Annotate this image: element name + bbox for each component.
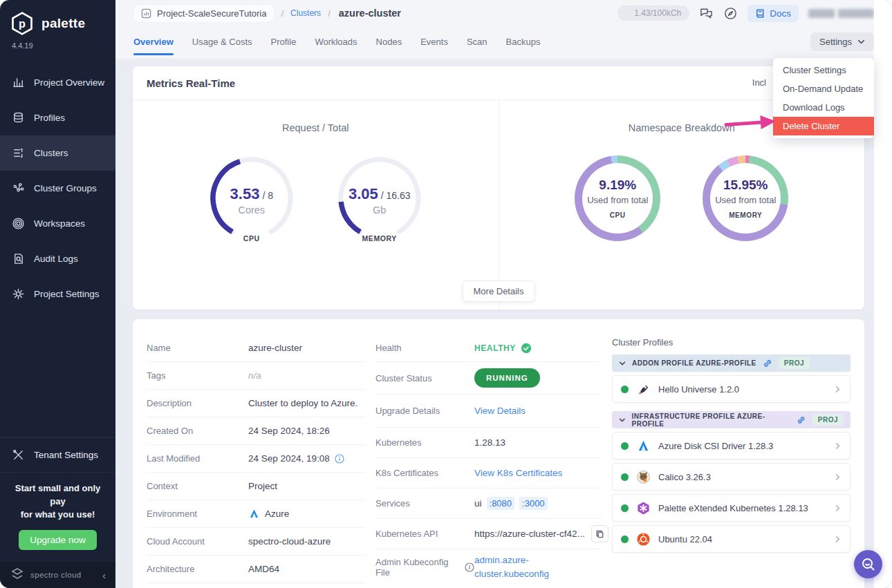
health-status-text: HEALTHY [474, 343, 516, 353]
menu-item-download-logs[interactable]: Download Logs [773, 98, 874, 117]
row-services: Services ui :8080 :3000 [375, 489, 601, 519]
chevron-down-icon [857, 38, 865, 46]
addon-profile-group-header[interactable]: ADDON PROFILE AZURE-PROFILE PROJ [612, 354, 851, 372]
collapse-sidebar-icon[interactable]: ‹ [102, 569, 106, 581]
list-icon [12, 146, 25, 160]
upgrade-now-button[interactable]: Upgrade now [19, 530, 96, 550]
support-chat-button[interactable] [854, 550, 882, 578]
app-window: p palette 4.4.19 Project Overview Profil… [0, 0, 892, 588]
breadcrumb-bar: Project-ScaleSecureTutoria / Clusters / … [115, 0, 892, 26]
chat-icon[interactable] [699, 6, 714, 21]
namespace-memory-subtitle: Used from total [715, 195, 776, 205]
memory-gauge-chart: 3.05 / 16.63 Gb MEMORY [337, 155, 422, 241]
sidebar-item-project-overview[interactable]: Project Overview [0, 65, 115, 100]
usage-quota-badge[interactable]: 1.43/100kCh [617, 6, 689, 21]
row-upgrade-details: Upgrade Details View Details [375, 395, 601, 428]
row-environment: Environment Azure [147, 500, 366, 528]
service-name: ui [474, 498, 482, 509]
compass-icon[interactable] [723, 6, 738, 21]
row-cluster-status: Cluster Status RUNNING [375, 362, 601, 395]
namespace-memory-percent: 15.95% [723, 178, 768, 193]
view-details-link[interactable]: View Details [474, 406, 601, 416]
running-status-badge[interactable]: RUNNING [474, 368, 540, 388]
project-name: Project-ScaleSecureTutoria [157, 8, 266, 19]
azure-disk-icon [636, 439, 651, 453]
sidebar-item-project-settings[interactable]: Project Settings [0, 276, 115, 312]
view-k8s-certificates-link[interactable]: View K8s Certificates [474, 468, 601, 478]
namespace-cpu-label: CPU [610, 211, 626, 219]
infrastructure-profile-group-header[interactable]: INFRASTRUCTURE PROFILE AZURE-PROFILE PRO… [612, 411, 851, 428]
namespace-cpu-percent: 9.19% [599, 178, 636, 193]
user-menu-redacted[interactable] [808, 9, 874, 18]
copy-button[interactable] [591, 525, 608, 542]
tab-events[interactable]: Events [420, 37, 448, 55]
menu-item-delete-cluster[interactable]: Delete Cluster [773, 117, 874, 135]
cluster-profiles-panel: Cluster Profiles ADDON PROFILE AZURE-PRO… [611, 334, 851, 585]
pack-row-ubuntu[interactable]: Ubuntu 22.04 [612, 525, 851, 553]
palette-logo-icon: p [10, 11, 35, 36]
brand-logo[interactable]: p palette [0, 0, 115, 37]
network-icon [12, 182, 25, 195]
sidebar-nav: Project Overview Profiles Clusters Clust… [0, 65, 115, 312]
row-description: Description Cluster to deploy to Azure. [147, 390, 366, 417]
tab-profile[interactable]: Profile [271, 37, 297, 55]
pack-row-hello-universe[interactable]: Hello Universe 1.2.0 [612, 375, 851, 403]
cluster-details-card: Name azure-cluster Tags n/a Description … [133, 319, 864, 588]
pack-status-dot [621, 386, 629, 393]
scope-badge: PROJ [779, 357, 810, 369]
tab-nodes[interactable]: Nodes [376, 37, 402, 55]
memory-used-value: 3.05 [349, 185, 378, 203]
promo-text: Start small and only pay for what you us… [7, 482, 109, 522]
menu-item-on-demand-update[interactable]: On-Demand Update [773, 79, 874, 98]
namespace-memory-donut-chart: 15.95% Used from total MEMORY [703, 155, 788, 241]
settings-button[interactable]: Settings [810, 32, 874, 51]
more-details-button[interactable]: More Details [463, 281, 535, 302]
pack-row-calico[interactable]: Calico 3.26.3 [612, 463, 851, 491]
bar-chart-icon [12, 76, 25, 89]
breadcrumb-separator: / [281, 8, 284, 19]
sidebar-footer: spectro cloud ‹ [0, 561, 115, 588]
row-last-modified: Last Modified 24 Sep 2024, 19:08 [147, 445, 366, 473]
chevron-right-icon [834, 504, 842, 512]
sidebar-item-profiles[interactable]: Profiles [0, 100, 115, 135]
sidebar-item-clusters[interactable]: Clusters [0, 135, 115, 171]
info-icon[interactable] [335, 454, 344, 464]
pack-status-dot [621, 473, 629, 481]
topbar-actions: 1.43/100kCh Docs [617, 5, 874, 22]
sidebar-item-tenant-settings[interactable]: Tenant Settings [0, 437, 115, 472]
menu-item-cluster-settings[interactable]: Cluster Settings [773, 61, 874, 79]
annotation-arrow [723, 111, 779, 135]
pack-row-palette-extended-kubernetes[interactable]: Palette eXtended Kubernetes 1.28.13 [612, 494, 851, 522]
cpu-total-value: / 8 [262, 190, 273, 201]
cpu-used-value: 3.53 [230, 185, 260, 203]
project-scope-chip[interactable]: Project-ScaleSecureTutoria [133, 5, 274, 22]
pack-status-dot [621, 442, 629, 450]
tab-overview[interactable]: Overview [133, 37, 174, 55]
sidebar-item-cluster-groups[interactable]: Cluster Groups [0, 171, 115, 206]
memory-gauge-label: MEMORY [337, 234, 422, 243]
tab-backups[interactable]: Backups [506, 37, 541, 55]
sidebar-item-audit-logs[interactable]: Audit Logs [0, 241, 115, 276]
copy-icon [595, 529, 604, 538]
rings-icon [12, 217, 25, 230]
tab-workloads[interactable]: Workloads [315, 37, 357, 55]
service-port-link[interactable]: :3000 [519, 497, 548, 510]
row-health: Health HEALTHY [375, 334, 601, 362]
request-total-panel: Request / Total 3.53 / 8 Cores [133, 100, 499, 310]
row-context: Context Project [147, 473, 366, 500]
service-port-link[interactable]: :8080 [487, 497, 515, 510]
pack-row-azure-disk-csi[interactable]: Azure Disk CSI Driver 1.28.3 [612, 432, 851, 459]
row-kubernetes-api: Kubernetes API https://azure-cluster-cf4… [375, 519, 601, 549]
kubeconfig-download-link[interactable]: admin.azure-cluster.kubeconfig [474, 553, 566, 582]
tab-usage-costs[interactable]: Usage & Costs [192, 37, 252, 55]
request-total-title: Request / Total [133, 122, 499, 133]
tab-scan[interactable]: Scan [467, 37, 487, 55]
docs-button[interactable]: Docs [747, 5, 799, 22]
breadcrumb-current-cluster: azure-cluster [339, 8, 401, 19]
pack-status-dot [621, 535, 629, 543]
cluster-info-column: Name azure-cluster Tags n/a Description … [147, 334, 366, 585]
sidebar-item-workspaces[interactable]: Workspaces [0, 206, 115, 241]
spectro-cloud-logo [10, 567, 25, 582]
info-icon[interactable] [465, 562, 474, 572]
breadcrumb-clusters-link[interactable]: Clusters [290, 8, 321, 18]
